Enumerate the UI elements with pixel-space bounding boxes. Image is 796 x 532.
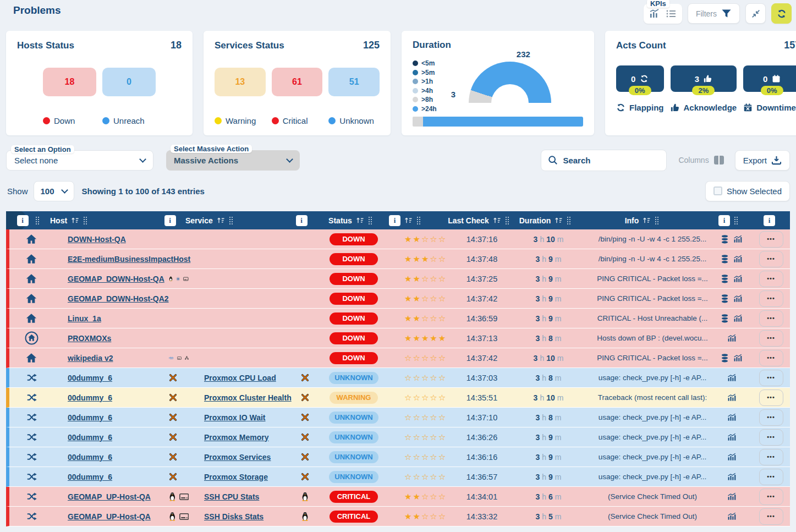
metric-icons[interactable] <box>711 492 752 501</box>
services-critical-box[interactable]: 61 <box>272 68 323 96</box>
kpi-list-icon[interactable] <box>666 9 677 19</box>
sort-icon[interactable] <box>217 217 225 224</box>
service-link[interactable]: Proxmox Storage <box>204 473 268 481</box>
row-actions-button[interactable]: ••• <box>759 370 783 386</box>
host-link[interactable]: GEOMAP_UP-Host-QA <box>68 492 151 501</box>
row-actions-button[interactable]: ••• <box>759 271 783 287</box>
metric-icons[interactable] <box>711 354 752 363</box>
host-link[interactable]: 00dummy_6 <box>68 413 112 422</box>
show-selected-checkbox[interactable] <box>713 187 722 195</box>
column-actions[interactable]: i <box>749 215 790 226</box>
column-metrics[interactable]: i <box>708 215 749 226</box>
metric-icons[interactable] <box>711 413 752 421</box>
info-badge-icon[interactable]: i <box>17 215 29 226</box>
metric-icons[interactable] <box>711 393 752 402</box>
metric-icons[interactable] <box>711 453 752 461</box>
host-link[interactable]: wikipedia v2 <box>68 354 113 363</box>
host-link[interactable]: GEOMAP_UP-Host-QA <box>68 512 151 521</box>
info-badge-icon[interactable]: i <box>296 215 308 226</box>
service-link[interactable]: Proxmox CPU Load <box>204 374 276 382</box>
metric-icons[interactable] <box>711 374 752 382</box>
column-duration[interactable]: Duration <box>514 216 576 225</box>
host-link[interactable]: GEOMAP_DOWN-Host-QA2 <box>68 294 169 303</box>
sort-icon[interactable] <box>643 217 651 224</box>
host-link[interactable]: 00dummy_6 <box>68 374 112 382</box>
metric-icons[interactable] <box>711 235 752 244</box>
services-unknown-box[interactable]: 51 <box>328 68 380 96</box>
metric-icons[interactable] <box>711 433 752 441</box>
column-last-check[interactable]: Last Check <box>443 216 514 225</box>
row-actions-button[interactable]: ••• <box>759 290 783 307</box>
host-link[interactable]: 00dummy_6 <box>68 393 112 402</box>
host-link[interactable]: 00dummy_6 <box>68 433 112 442</box>
sort-icon[interactable] <box>555 217 563 224</box>
row-actions-button[interactable]: ••• <box>759 469 783 485</box>
services-warning-box[interactable]: 13 <box>215 68 266 96</box>
sort-icon[interactable] <box>71 217 79 224</box>
hosts-unreach-box[interactable]: 0 <box>102 68 156 96</box>
hosts-down-box[interactable]: 18 <box>43 68 96 96</box>
sort-icon[interactable] <box>404 217 413 224</box>
info-badge-icon[interactable]: i <box>764 215 775 226</box>
drag-handle-icon[interactable] <box>416 216 421 224</box>
row-actions-button[interactable]: ••• <box>759 409 783 426</box>
metric-icons[interactable] <box>711 334 752 342</box>
info-badge-icon[interactable]: i <box>718 215 730 226</box>
metric-icons[interactable] <box>711 512 752 520</box>
kpi-chart-icon[interactable] <box>649 9 660 19</box>
columns-control[interactable]: Columns <box>678 155 724 165</box>
row-actions-button[interactable]: ••• <box>759 390 783 406</box>
option-select[interactable]: Select an Option Select none <box>6 150 153 171</box>
service-link[interactable]: Proxmox Services <box>204 453 271 462</box>
info-badge-icon[interactable]: i <box>389 215 400 226</box>
row-actions-button[interactable]: ••• <box>759 449 783 465</box>
column-criticality[interactable]: i <box>389 215 443 226</box>
info-badge-icon[interactable]: i <box>164 215 176 226</box>
service-link[interactable]: Proxmox Memory <box>204 433 268 442</box>
collapse-button[interactable] <box>745 3 766 24</box>
refresh-button[interactable] <box>771 3 792 24</box>
drag-handle-icon[interactable] <box>35 216 40 224</box>
row-actions-button[interactable]: ••• <box>759 231 783 248</box>
filters-button[interactable]: Filters <box>688 3 740 24</box>
page-size-select[interactable]: 100 <box>34 181 74 201</box>
row-actions-button[interactable]: ••• <box>759 429 783 446</box>
drag-handle-icon[interactable] <box>655 216 659 224</box>
service-link[interactable]: SSH CPU Stats <box>204 492 259 501</box>
search-input[interactable] <box>563 156 660 165</box>
show-selected-button[interactable]: Show Selected <box>705 181 790 201</box>
massive-action-select[interactable]: Select Massive Action Massive Actions <box>166 150 300 171</box>
column-status[interactable]: Status <box>312 216 389 225</box>
row-actions-button[interactable]: ••• <box>759 310 783 327</box>
export-button[interactable]: Export <box>735 150 790 171</box>
host-link[interactable]: 00dummy_6 <box>68 453 112 462</box>
row-actions-button[interactable]: ••• <box>759 489 783 505</box>
row-actions-button[interactable]: ••• <box>759 330 783 347</box>
drag-handle-icon[interactable] <box>368 216 372 224</box>
host-link[interactable]: 00dummy_6 <box>68 473 112 481</box>
metric-icons[interactable] <box>711 255 752 264</box>
metric-icons[interactable] <box>711 275 752 283</box>
host-link[interactable]: E2E-mediumBusinessImpactHost <box>68 255 190 264</box>
row-actions-button[interactable]: ••• <box>759 508 783 525</box>
metric-icons[interactable] <box>711 314 752 323</box>
drag-handle-icon[interactable] <box>505 216 509 224</box>
metric-icons[interactable] <box>711 294 752 303</box>
row-actions-button[interactable]: ••• <box>759 350 783 366</box>
host-link[interactable]: GEOMAP_DOWN-Host-QA <box>68 275 164 283</box>
service-link[interactable]: Proxmox IO Wait <box>204 413 266 422</box>
drag-handle-icon[interactable] <box>83 216 87 224</box>
metric-icons[interactable] <box>711 473 752 481</box>
drag-handle-icon[interactable] <box>567 216 571 224</box>
column-host[interactable]: Host <box>50 216 155 225</box>
column-info[interactable]: Info <box>576 216 708 225</box>
row-actions-button[interactable]: ••• <box>759 251 783 267</box>
column-service[interactable]: Service <box>185 216 291 225</box>
host-link[interactable]: Linux_1a <box>68 314 101 323</box>
host-link[interactable]: PROXMOXs <box>68 334 111 343</box>
service-link[interactable]: Proxmox Cluster Health <box>204 393 292 402</box>
sort-icon[interactable] <box>356 217 364 224</box>
drag-handle-icon[interactable] <box>229 216 233 224</box>
host-link[interactable]: DOWN-Host-QA <box>68 235 126 244</box>
service-link[interactable]: SSH Disks Stats <box>204 512 263 521</box>
